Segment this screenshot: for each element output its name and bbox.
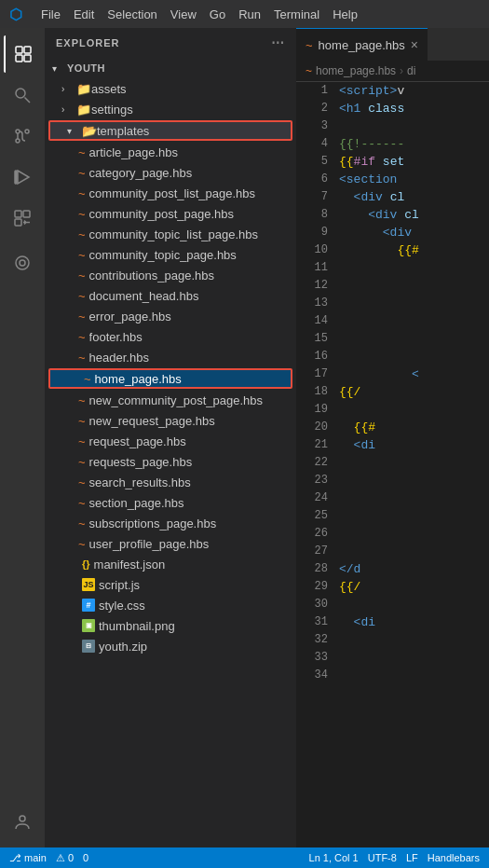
- tree-item-label: header.hbs: [89, 351, 149, 365]
- activity-extensions[interactable]: [4, 200, 41, 237]
- tree-file-manifest[interactable]: › {} manifest.json: [45, 554, 296, 574]
- menu-run[interactable]: Run: [238, 7, 261, 21]
- tree-file-new-request-page[interactable]: ~ new_request_page.hbs: [45, 410, 296, 431]
- code-line-14: [339, 312, 489, 330]
- hbs-icon: ~: [78, 227, 86, 241]
- tab-hbs-icon: ~: [306, 38, 313, 52]
- language[interactable]: Handlebars: [428, 852, 480, 863]
- code-content[interactable]: <script>v <h1 class {{!------ {{#if set …: [335, 82, 489, 847]
- menu-view[interactable]: View: [170, 7, 197, 21]
- tree-folder-settings[interactable]: › 📁 settings: [45, 99, 296, 119]
- tab-close-button[interactable]: ×: [411, 37, 418, 52]
- tree-file-header[interactable]: ~ header.hbs: [45, 347, 296, 367]
- menu-file[interactable]: File: [41, 7, 61, 21]
- tree-item-label: thumbnail.png: [99, 619, 175, 633]
- code-line-34: [339, 667, 489, 684]
- chevron-down-icon: ▾: [52, 63, 67, 74]
- menu-selection[interactable]: Selection: [107, 7, 156, 21]
- tree-file-footer[interactable]: ~ footer.hbs: [45, 326, 296, 347]
- tree-file-script[interactable]: › JS script.js: [45, 574, 296, 595]
- tree-file-style[interactable]: › # style.css: [45, 595, 296, 615]
- tree-file-requests-page[interactable]: ~ requests_page.hbs: [45, 451, 296, 472]
- menu-terminal[interactable]: Terminal: [274, 7, 319, 21]
- tree-file-contributions[interactable]: ~ contributions_page.hbs: [45, 265, 296, 285]
- tree-file-community-topic[interactable]: ~ community_topic_page.hbs: [45, 244, 296, 265]
- tree-file-search-results[interactable]: ~ search_results.hbs: [45, 472, 296, 492]
- editor-tab-home-page[interactable]: ~ home_page.hbs ×: [296, 28, 428, 61]
- sidebar-header: EXPLORER ⋯: [45, 28, 296, 58]
- line-ending[interactable]: LF: [406, 852, 418, 863]
- menu-go[interactable]: Go: [210, 7, 225, 21]
- tree-file-article-page[interactable]: ~ article_page.hbs: [45, 142, 296, 162]
- tree-file-user-profile-page[interactable]: ~ user_profile_page.hbs: [45, 533, 296, 554]
- activity-explorer[interactable]: [4, 35, 41, 73]
- line-numbers: 12345 678910 1112131415 1617181920 21222…: [296, 82, 335, 847]
- code-line-16: [339, 348, 489, 365]
- activity-search[interactable]: [4, 76, 41, 114]
- tree-item-label: youth.zip: [99, 640, 147, 654]
- tree-file-document-head[interactable]: ~ document_head.hbs: [45, 285, 296, 306]
- tree-file-community-post[interactable]: ~ community_post_page.hbs: [45, 203, 296, 224]
- tree-file-thumbnail[interactable]: › ▣ thumbnail.png: [45, 615, 296, 636]
- line-col[interactable]: Ln 1, Col 1: [309, 852, 359, 863]
- status-left: ⎇ main ⚠ 0 0: [9, 852, 88, 864]
- encoding[interactable]: UTF-8: [368, 852, 397, 863]
- hbs-icon: ~: [78, 330, 86, 344]
- code-editor[interactable]: 12345 678910 1112131415 1617181920 21222…: [296, 82, 489, 847]
- code-line-18: {{/: [339, 383, 489, 401]
- activity-remote[interactable]: [4, 244, 41, 282]
- explorer-tree[interactable]: ▾ YOUTH › 📁 assets › 📁 settings ▾ 📂: [45, 58, 296, 847]
- tree-item-label: community_topic_list_page.hbs: [89, 227, 258, 241]
- hbs-icon: ~: [78, 517, 86, 530]
- breadcrumb-separator: ›: [400, 64, 403, 77]
- activity-account[interactable]: [4, 803, 41, 840]
- warnings-count[interactable]: 0: [83, 852, 88, 863]
- tab-label: home_page.hbs: [319, 38, 405, 52]
- hbs-icon: ~: [78, 496, 86, 510]
- git-branch[interactable]: ⎇ main: [9, 852, 47, 864]
- vscode-logo: ⬡: [9, 6, 22, 23]
- tree-file-community-topic-list[interactable]: ~ community_topic_list_page.hbs: [45, 224, 296, 244]
- editor-tabs: ~ home_page.hbs ×: [296, 28, 489, 61]
- tree-file-home-page[interactable]: ~ home_page.hbs: [48, 368, 292, 389]
- menu-help[interactable]: Help: [333, 7, 358, 21]
- tree-file-error-page[interactable]: ~ error_page.hbs: [45, 306, 296, 326]
- svg-rect-12: [23, 211, 30, 217]
- spacer: ›: [67, 621, 82, 631]
- tree-file-category-page[interactable]: ~ category_page.hbs: [45, 162, 296, 183]
- tree-file-request-page[interactable]: ~ request_page.hbs: [45, 431, 296, 451]
- tree-folder-templates[interactable]: ▾ 📂 templates: [48, 120, 292, 141]
- js-icon: JS: [82, 578, 95, 591]
- more-actions-icon[interactable]: ⋯: [271, 35, 285, 50]
- activity-run[interactable]: [4, 158, 41, 196]
- tree-file-new-community-post[interactable]: ~ new_community_post_page.hbs: [45, 390, 296, 410]
- tree-item-label: community_topic_page.hbs: [89, 248, 237, 262]
- hbs-icon: ~: [78, 455, 86, 469]
- code-line-10: {{#: [339, 241, 489, 259]
- errors-count[interactable]: ⚠ 0: [56, 852, 74, 864]
- svg-rect-11: [15, 211, 21, 217]
- hbs-icon: ~: [78, 207, 86, 221]
- code-line-3: [339, 117, 489, 135]
- svg-point-8: [16, 139, 20, 143]
- menu-edit[interactable]: Edit: [74, 7, 94, 21]
- activity-source-control[interactable]: [4, 117, 41, 155]
- tree-folder-assets[interactable]: › 📁 assets: [45, 78, 296, 99]
- tree-item-label: new_request_page.hbs: [89, 414, 215, 428]
- folder-open-icon: 📂: [82, 124, 97, 138]
- hbs-icon: ~: [84, 372, 91, 386]
- code-line-8: <div cl: [339, 206, 489, 224]
- tree-item-label: subscriptions_page.hbs: [89, 517, 217, 530]
- tree-file-community-post-list[interactable]: ~ community_post_list_page.hbs: [45, 183, 296, 203]
- tree-file-subscriptions-page[interactable]: ~ subscriptions_page.hbs: [45, 513, 296, 533]
- code-line-28: </d: [339, 560, 489, 578]
- tree-file-section-page[interactable]: ~ section_page.hbs: [45, 492, 296, 513]
- svg-rect-10: [15, 171, 17, 184]
- explorer-label: EXPLORER: [56, 37, 120, 48]
- code-line-4: {{!------: [339, 135, 489, 153]
- svg-point-14: [16, 256, 29, 269]
- tree-file-youth-zip[interactable]: › ⊟ youth.zip: [45, 636, 296, 656]
- code-line-17: <: [339, 365, 489, 383]
- tree-root-youth[interactable]: ▾ YOUTH: [45, 58, 296, 78]
- spacer: ›: [67, 580, 82, 590]
